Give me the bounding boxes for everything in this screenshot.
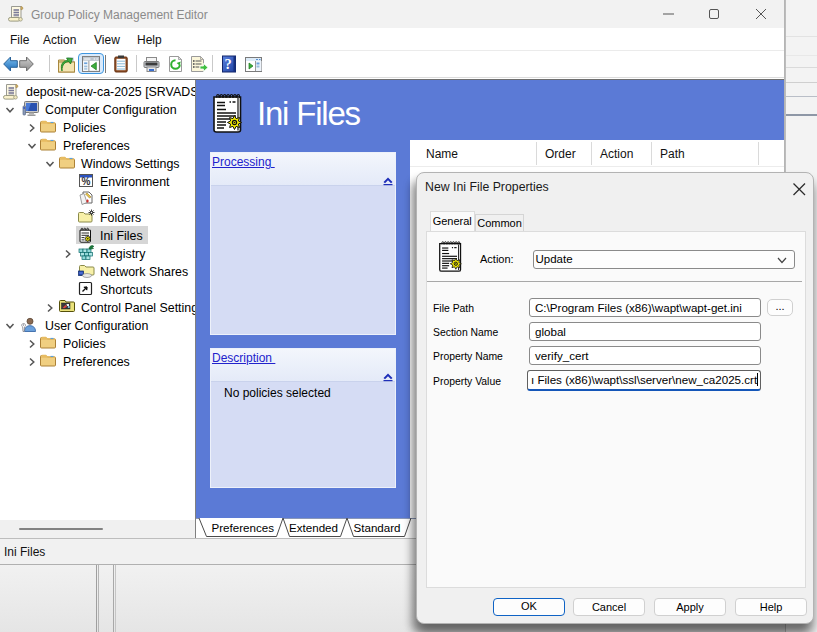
svg-text:Standard: Standard — [354, 521, 401, 534]
svg-text:?: ? — [225, 56, 232, 72]
svg-text:Extended: Extended — [289, 521, 338, 534]
svg-text:Preferences: Preferences — [212, 521, 275, 534]
svg-text:%: % — [82, 176, 91, 187]
